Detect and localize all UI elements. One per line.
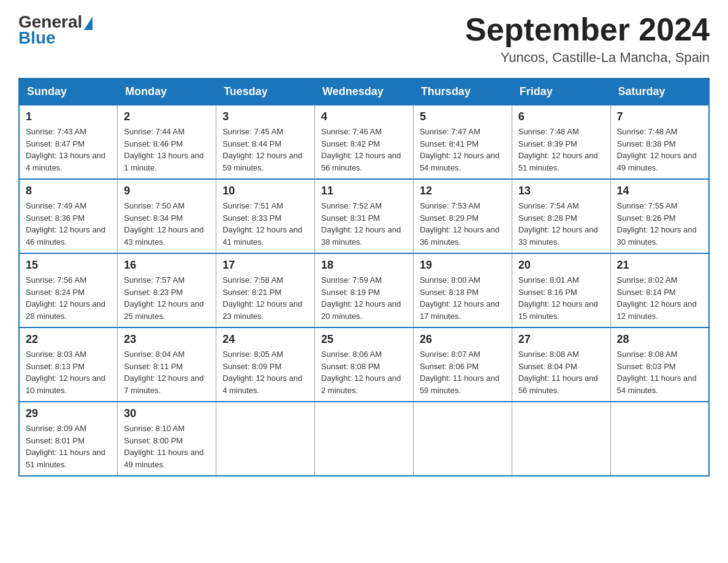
calendar-cell: 1 Sunrise: 7:43 AM Sunset: 8:47 PM Dayli… [19, 105, 118, 179]
sunset-text: Sunset: 8:44 PM [222, 139, 281, 148]
day-info: Sunrise: 8:04 AM Sunset: 8:11 PM Dayligh… [124, 348, 210, 396]
daylight-text: Daylight: 12 hours and 10 minutes. [26, 373, 105, 395]
day-info: Sunrise: 8:08 AM Sunset: 8:04 PM Dayligh… [518, 348, 604, 396]
daylight-text: Daylight: 12 hours and 33 minutes. [518, 225, 598, 247]
sunset-text: Sunset: 8:29 PM [420, 213, 479, 223]
day-number: 16 [124, 259, 210, 272]
daylight-text: Daylight: 11 hours and 59 minutes. [420, 373, 499, 395]
calendar-cell: 2 Sunrise: 7:44 AM Sunset: 8:46 PM Dayli… [118, 105, 216, 179]
calendar-cell: 4 Sunrise: 7:46 AM Sunset: 8:42 PM Dayli… [315, 105, 414, 179]
sunrise-text: Sunrise: 8:08 AM [617, 350, 678, 359]
calendar-cell: 29 Sunrise: 8:09 AM Sunset: 8:01 PM Dayl… [19, 402, 118, 476]
sunrise-text: Sunrise: 7:48 AM [617, 127, 678, 136]
daylight-text: Daylight: 12 hours and 51 minutes. [518, 151, 598, 172]
day-number: 25 [321, 333, 407, 346]
sunset-text: Sunset: 8:46 PM [124, 139, 183, 148]
day-info: Sunrise: 7:47 AM Sunset: 8:41 PM Dayligh… [420, 126, 506, 174]
day-info: Sunrise: 8:08 AM Sunset: 8:03 PM Dayligh… [617, 348, 702, 396]
day-number: 27 [518, 333, 604, 346]
calendar-cell: 18 Sunrise: 7:59 AM Sunset: 8:19 PM Dayl… [315, 253, 414, 327]
calendar-table: Sunday Monday Tuesday Wednesday Thursday… [18, 78, 710, 477]
sunset-text: Sunset: 8:42 PM [321, 139, 380, 148]
day-info: Sunrise: 8:01 AM Sunset: 8:16 PM Dayligh… [518, 274, 604, 322]
day-number: 4 [321, 110, 407, 123]
daylight-text: Daylight: 12 hours and 28 minutes. [26, 299, 105, 321]
day-info: Sunrise: 8:02 AM Sunset: 8:14 PM Dayligh… [617, 274, 702, 322]
day-info: Sunrise: 7:57 AM Sunset: 8:23 PM Dayligh… [124, 274, 210, 322]
day-number: 30 [124, 407, 210, 420]
day-number: 13 [518, 185, 604, 197]
sunrise-text: Sunrise: 7:53 AM [420, 201, 480, 210]
header-saturday: Saturday [610, 79, 709, 105]
sunset-text: Sunset: 8:28 PM [518, 213, 577, 223]
calendar-cell [216, 402, 315, 476]
day-number: 20 [518, 259, 604, 272]
sunset-text: Sunset: 8:21 PM [222, 288, 281, 297]
sunrise-text: Sunrise: 8:03 AM [26, 350, 86, 359]
calendar-cell: 10 Sunrise: 7:51 AM Sunset: 8:33 PM Dayl… [216, 179, 315, 253]
day-number: 23 [124, 333, 210, 346]
calendar-week-row: 15 Sunrise: 7:56 AM Sunset: 8:24 PM Dayl… [19, 253, 709, 327]
calendar-cell: 11 Sunrise: 7:52 AM Sunset: 8:31 PM Dayl… [315, 179, 414, 253]
day-number: 21 [617, 259, 702, 272]
daylight-text: Daylight: 12 hours and 56 minutes. [321, 151, 401, 172]
day-number: 11 [321, 185, 407, 197]
sunset-text: Sunset: 8:13 PM [26, 362, 85, 371]
sunset-text: Sunset: 8:14 PM [617, 288, 676, 297]
calendar-cell: 9 Sunrise: 7:50 AM Sunset: 8:34 PM Dayli… [118, 179, 216, 253]
daylight-text: Daylight: 12 hours and 43 minutes. [124, 225, 203, 247]
sunset-text: Sunset: 8:00 PM [124, 436, 183, 445]
day-info: Sunrise: 8:09 AM Sunset: 8:01 PM Dayligh… [26, 423, 111, 470]
day-number: 10 [222, 185, 308, 197]
calendar-cell: 30 Sunrise: 8:10 AM Sunset: 8:00 PM Dayl… [118, 402, 216, 476]
day-number: 17 [222, 259, 308, 272]
daylight-text: Daylight: 12 hours and 23 minutes. [222, 299, 302, 321]
sunrise-text: Sunrise: 8:04 AM [124, 350, 184, 359]
calendar-cell: 20 Sunrise: 8:01 AM Sunset: 8:16 PM Dayl… [512, 253, 610, 327]
day-info: Sunrise: 7:51 AM Sunset: 8:33 PM Dayligh… [222, 200, 308, 248]
sunrise-text: Sunrise: 7:59 AM [321, 275, 382, 285]
sunset-text: Sunset: 8:34 PM [124, 213, 183, 223]
day-number: 12 [420, 185, 506, 197]
day-number: 2 [124, 110, 210, 123]
day-number: 1 [26, 110, 111, 123]
day-info: Sunrise: 7:53 AM Sunset: 8:29 PM Dayligh… [420, 200, 506, 248]
day-number: 6 [518, 110, 604, 123]
title-section: September 2024 Yuncos, Castille-La Manch… [465, 12, 710, 66]
calendar-cell [512, 402, 610, 476]
day-info: Sunrise: 8:03 AM Sunset: 8:13 PM Dayligh… [26, 348, 111, 396]
daylight-text: Daylight: 12 hours and 7 minutes. [124, 373, 203, 395]
day-number: 24 [222, 333, 308, 346]
daylight-text: Daylight: 12 hours and 20 minutes. [321, 299, 401, 321]
month-year-title: September 2024 [465, 12, 710, 47]
daylight-text: Daylight: 12 hours and 25 minutes. [124, 299, 203, 321]
sunrise-text: Sunrise: 8:08 AM [518, 350, 579, 359]
sunset-text: Sunset: 8:41 PM [420, 139, 479, 148]
daylight-text: Daylight: 11 hours and 54 minutes. [617, 373, 697, 395]
calendar-cell: 14 Sunrise: 7:55 AM Sunset: 8:26 PM Dayl… [610, 179, 709, 253]
sunrise-text: Sunrise: 8:05 AM [222, 350, 283, 359]
calendar-cell: 5 Sunrise: 7:47 AM Sunset: 8:41 PM Dayli… [413, 105, 512, 179]
header-wednesday: Wednesday [315, 79, 414, 105]
day-number: 19 [420, 259, 506, 272]
daylight-text: Daylight: 12 hours and 17 minutes. [420, 299, 499, 321]
calendar-cell: 7 Sunrise: 7:48 AM Sunset: 8:38 PM Dayli… [610, 105, 709, 179]
sunset-text: Sunset: 8:03 PM [617, 362, 676, 371]
sunset-text: Sunset: 8:39 PM [518, 139, 577, 148]
sunrise-text: Sunrise: 7:45 AM [222, 127, 283, 136]
calendar-cell: 22 Sunrise: 8:03 AM Sunset: 8:13 PM Dayl… [19, 327, 118, 402]
sunset-text: Sunset: 8:08 PM [321, 362, 380, 371]
sunrise-text: Sunrise: 8:06 AM [321, 350, 382, 359]
day-number: 8 [26, 185, 111, 197]
day-info: Sunrise: 7:54 AM Sunset: 8:28 PM Dayligh… [518, 200, 604, 248]
header-sunday: Sunday [19, 79, 118, 105]
day-number: 14 [617, 185, 702, 197]
sunrise-text: Sunrise: 7:43 AM [26, 127, 86, 136]
header-friday: Friday [512, 79, 610, 105]
sunset-text: Sunset: 8:04 PM [518, 362, 577, 371]
calendar-week-row: 8 Sunrise: 7:49 AM Sunset: 8:36 PM Dayli… [19, 179, 709, 253]
day-number: 3 [222, 110, 308, 123]
sunrise-text: Sunrise: 8:09 AM [26, 424, 86, 433]
calendar-week-row: 1 Sunrise: 7:43 AM Sunset: 8:47 PM Dayli… [19, 105, 709, 179]
sunrise-text: Sunrise: 7:44 AM [124, 127, 184, 136]
